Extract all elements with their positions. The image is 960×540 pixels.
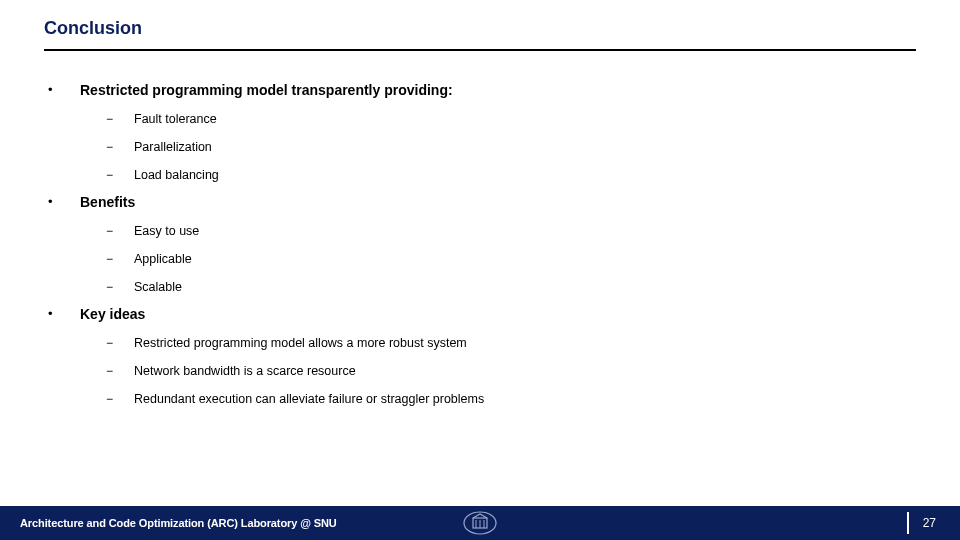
dash-icon: −: [106, 251, 134, 267]
dash-icon: −: [106, 139, 134, 155]
slide-title: Conclusion: [44, 18, 916, 39]
university-logo-icon: [450, 510, 510, 536]
footer-divider: [907, 512, 909, 534]
list-item: Fault tolerance: [134, 111, 217, 127]
list-item: Applicable: [134, 251, 192, 267]
list-item: Easy to use: [134, 223, 199, 239]
list-item: Restricted programming model allows a mo…: [134, 335, 467, 351]
bullet-level2: − Network bandwidth is a scarce resource: [44, 363, 916, 379]
bullet-dot-icon: •: [44, 193, 80, 211]
dash-icon: −: [106, 335, 134, 351]
list-item: Parallelization: [134, 139, 212, 155]
bullet-level2: − Parallelization: [44, 139, 916, 155]
slide-content: • Restricted programming model transpare…: [0, 51, 960, 540]
dash-icon: −: [106, 279, 134, 295]
list-item: Scalable: [134, 279, 182, 295]
section-heading: Key ideas: [80, 305, 145, 323]
bullet-level2: − Restricted programming model allows a …: [44, 335, 916, 351]
dash-icon: −: [106, 363, 134, 379]
bullet-level2: − Load balancing: [44, 167, 916, 183]
dash-icon: −: [106, 167, 134, 183]
section-heading: Benefits: [80, 193, 135, 211]
page-number: 27: [923, 516, 936, 530]
list-item: Network bandwidth is a scarce resource: [134, 363, 356, 379]
bullet-dot-icon: •: [44, 81, 80, 99]
slide-footer: Architecture and Code Optimization (ARC)…: [0, 506, 960, 540]
bullet-level2: − Easy to use: [44, 223, 916, 239]
list-item: Load balancing: [134, 167, 219, 183]
bullet-level2: − Applicable: [44, 251, 916, 267]
list-item: Redundant execution can alleviate failur…: [134, 391, 484, 407]
bullet-level2: − Scalable: [44, 279, 916, 295]
bullet-level1: • Benefits: [44, 193, 916, 211]
bullet-level2: − Fault tolerance: [44, 111, 916, 127]
dash-icon: −: [106, 111, 134, 127]
page-number-box: 27: [907, 512, 960, 534]
slide: Conclusion • Restricted programming mode…: [0, 0, 960, 540]
section-heading: Restricted programming model transparent…: [80, 81, 453, 99]
bullet-dot-icon: •: [44, 305, 80, 323]
slide-header: Conclusion: [0, 0, 960, 45]
bullet-level1: • Restricted programming model transpare…: [44, 81, 916, 99]
dash-icon: −: [106, 223, 134, 239]
bullet-level1: • Key ideas: [44, 305, 916, 323]
dash-icon: −: [106, 391, 134, 407]
bullet-level2: − Redundant execution can alleviate fail…: [44, 391, 916, 407]
